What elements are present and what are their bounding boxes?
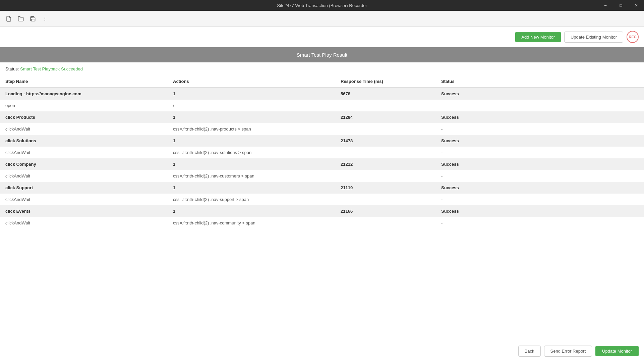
cell-actions: css=.fr:nth-child(2) .nav-products > spa…	[168, 123, 335, 135]
table-row: clickAndWaitcss=.fr:nth-child(2) .nav-su…	[0, 194, 644, 205]
cell-actions: 1	[168, 158, 335, 170]
cell-actions: css=.fr:nth-child(2) .nav-community > sp…	[168, 217, 335, 229]
table-header-row: Step Name Actions Response Time (ms) Sta…	[0, 75, 644, 88]
cell-response-time: 21284	[335, 111, 436, 123]
save-icon[interactable]	[28, 14, 38, 23]
table-row: click Company121212Success	[0, 158, 644, 170]
cell-response-time	[335, 147, 436, 158]
restore-button[interactable]: □	[613, 0, 629, 11]
rec-button[interactable]: REC	[627, 31, 639, 43]
cell-response-time: 5678	[335, 88, 436, 100]
toolbar	[0, 11, 644, 27]
cell-status: -	[436, 170, 644, 182]
cell-status: -	[436, 217, 644, 229]
cell-response-time	[335, 100, 436, 111]
cell-response-time: 21478	[335, 135, 436, 147]
table-row: clickAndWaitcss=.fr:nth-child(2) .nav-so…	[0, 147, 644, 158]
update-existing-monitor-button[interactable]: Update Existing Monitor	[564, 32, 623, 43]
cell-actions: css=.fr:nth-child(2) .nav-support > span	[168, 194, 335, 205]
cell-step-name: open	[0, 100, 168, 111]
table-row: click Events121166Success	[0, 205, 644, 217]
cell-step-name: clickAndWait	[0, 147, 168, 158]
cell-step-name: clickAndWait	[0, 170, 168, 182]
cell-actions: css=.fr:nth-child(2) .nav-solutions > sp…	[168, 147, 335, 158]
column-header-status: Status	[436, 75, 644, 88]
table-row: open/-	[0, 100, 644, 111]
svg-point-0	[45, 16, 45, 17]
cell-status: Success	[436, 158, 644, 170]
cell-step-name: click Company	[0, 158, 168, 170]
cell-actions: 1	[168, 88, 335, 100]
new-file-icon[interactable]	[4, 14, 13, 23]
cell-status: Success	[436, 182, 644, 194]
table-row: click Support121119Success	[0, 182, 644, 194]
status-bar: Status: Smart Test Playback Succeeded	[0, 62, 644, 75]
svg-point-1	[45, 18, 45, 19]
section-title: Smart Test Play Result	[297, 52, 347, 58]
cell-response-time	[335, 194, 436, 205]
cell-response-time: 21212	[335, 158, 436, 170]
cell-actions: /	[168, 100, 335, 111]
cell-response-time: 21166	[335, 205, 436, 217]
cell-actions: 1	[168, 111, 335, 123]
cell-status: -	[436, 100, 644, 111]
update-monitor-button[interactable]: Update Monitor	[595, 346, 639, 356]
cell-step-name: clickAndWait	[0, 194, 168, 205]
cell-actions: 1	[168, 205, 335, 217]
cell-step-name: click Products	[0, 111, 168, 123]
cell-step-name: click Events	[0, 205, 168, 217]
table-row: click Solutions121478Success	[0, 135, 644, 147]
cell-step-name: Loading - https://manageengine.com	[0, 88, 168, 100]
cell-status: Success	[436, 205, 644, 217]
add-new-monitor-button[interactable]: Add New Monitor	[515, 32, 561, 42]
status-value: Smart Test Playback Succeeded	[20, 66, 83, 71]
send-error-report-button[interactable]: Send Error Report	[544, 346, 592, 357]
cell-response-time	[335, 170, 436, 182]
back-button[interactable]: Back	[518, 346, 541, 357]
section-header: Smart Test Play Result	[0, 47, 644, 62]
window-controls: – □ ✕	[598, 0, 644, 11]
cell-status: Success	[436, 135, 644, 147]
cell-step-name: click Support	[0, 182, 168, 194]
open-folder-icon[interactable]	[16, 14, 25, 23]
cell-actions: css=.fr:nth-child(2) .nav-customers > sp…	[168, 170, 335, 182]
cell-response-time	[335, 123, 436, 135]
table-row: Loading - https://manageengine.com15678S…	[0, 88, 644, 100]
table-row: click Products121284Success	[0, 111, 644, 123]
cell-step-name: click Solutions	[0, 135, 168, 147]
table-row: clickAndWaitcss=.fr:nth-child(2) .nav-co…	[0, 217, 644, 229]
more-options-icon[interactable]	[40, 14, 50, 23]
action-bar: Add New Monitor Update Existing Monitor …	[0, 27, 644, 47]
cell-actions: 1	[168, 182, 335, 194]
title-bar: Site24x7 Web Transaction (Browser) Recor…	[0, 0, 644, 11]
results-table: Step Name Actions Response Time (ms) Sta…	[0, 75, 644, 229]
cell-response-time	[335, 217, 436, 229]
minimize-button[interactable]: –	[598, 0, 613, 11]
window-title: Site24x7 Web Transaction (Browser) Recor…	[277, 3, 367, 8]
column-header-step-name: Step Name	[0, 75, 168, 88]
cell-response-time: 21119	[335, 182, 436, 194]
close-button[interactable]: ✕	[629, 0, 644, 11]
table-row: clickAndWaitcss=.fr:nth-child(2) .nav-pr…	[0, 123, 644, 135]
cell-step-name: clickAndWait	[0, 123, 168, 135]
svg-point-2	[45, 20, 45, 21]
footer: Back Send Error Report Update Monitor	[513, 340, 644, 362]
cell-status: -	[436, 123, 644, 135]
column-header-response-time: Response Time (ms)	[335, 75, 436, 88]
cell-actions: 1	[168, 135, 335, 147]
cell-status: -	[436, 194, 644, 205]
status-label: Status:	[5, 66, 19, 71]
cell-step-name: clickAndWait	[0, 217, 168, 229]
column-header-actions: Actions	[168, 75, 335, 88]
cell-status: Success	[436, 111, 644, 123]
table-row: clickAndWaitcss=.fr:nth-child(2) .nav-cu…	[0, 170, 644, 182]
cell-status: Success	[436, 88, 644, 100]
cell-status: -	[436, 147, 644, 158]
